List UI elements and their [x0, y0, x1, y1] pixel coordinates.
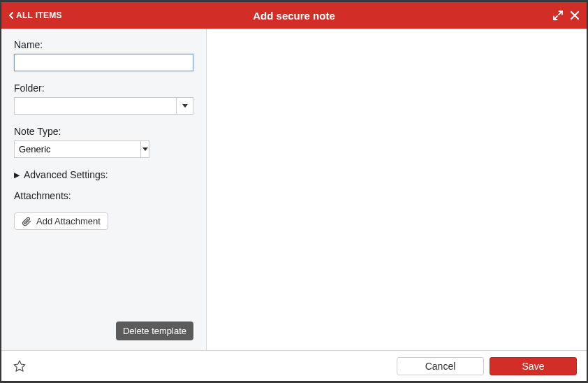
back-link-label: ALL ITEMS	[16, 10, 62, 20]
note-type-input[interactable]	[15, 141, 140, 157]
dialog-footer: Cancel Save	[1, 350, 587, 381]
save-button-label: Save	[522, 361, 545, 372]
field-folder: Folder:	[14, 82, 193, 115]
preview-pane	[207, 29, 587, 350]
cancel-button-label: Cancel	[425, 361, 456, 372]
folder-input[interactable]	[15, 98, 176, 114]
delete-template-button[interactable]: Delete template	[116, 321, 193, 340]
note-type-label: Note Type:	[14, 126, 193, 137]
note-type-combobox[interactable]	[14, 140, 149, 158]
dialog-title: Add secure note	[1, 10, 587, 22]
save-button[interactable]: Save	[490, 357, 577, 375]
field-name: Name:	[14, 39, 193, 71]
field-note-type: Note Type:	[14, 126, 193, 158]
close-icon[interactable]	[570, 10, 580, 20]
folder-label: Folder:	[14, 82, 193, 94]
paperclip-icon	[22, 217, 31, 226]
expand-icon[interactable]	[553, 10, 563, 20]
caret-down-icon	[142, 147, 148, 151]
form-pane: Name: Folder: Note Type:	[1, 29, 207, 350]
name-input[interactable]	[14, 54, 193, 71]
back-all-items-button[interactable]: ALL ITEMS	[8, 10, 62, 20]
advanced-settings-toggle[interactable]: ▶ Advanced Settings:	[14, 169, 193, 180]
caret-right-icon: ▶	[14, 171, 20, 180]
star-outline-icon	[13, 359, 27, 373]
delete-template-label: Delete template	[123, 326, 186, 336]
add-attachment-label: Add Attachment	[36, 216, 101, 226]
advanced-settings-label: Advanced Settings:	[24, 169, 108, 180]
titlebar: ALL ITEMS Add secure note	[1, 2, 587, 29]
attachments-label: Attachments:	[14, 190, 193, 201]
note-type-dropdown-button[interactable]	[140, 141, 149, 157]
caret-left-icon	[8, 12, 13, 19]
cancel-button[interactable]: Cancel	[397, 357, 484, 375]
caret-down-icon	[182, 104, 188, 108]
add-attachment-button[interactable]: Add Attachment	[14, 212, 108, 230]
folder-dropdown-button[interactable]	[176, 98, 193, 114]
dialog-body: Name: Folder: Note Type:	[1, 29, 587, 350]
titlebar-actions	[553, 10, 580, 20]
dialog-add-secure-note: ALL ITEMS Add secure note Name: Folder:	[1, 1, 587, 382]
folder-combobox[interactable]	[14, 97, 193, 115]
favorite-star-button[interactable]	[11, 358, 28, 375]
name-label: Name:	[14, 39, 193, 50]
